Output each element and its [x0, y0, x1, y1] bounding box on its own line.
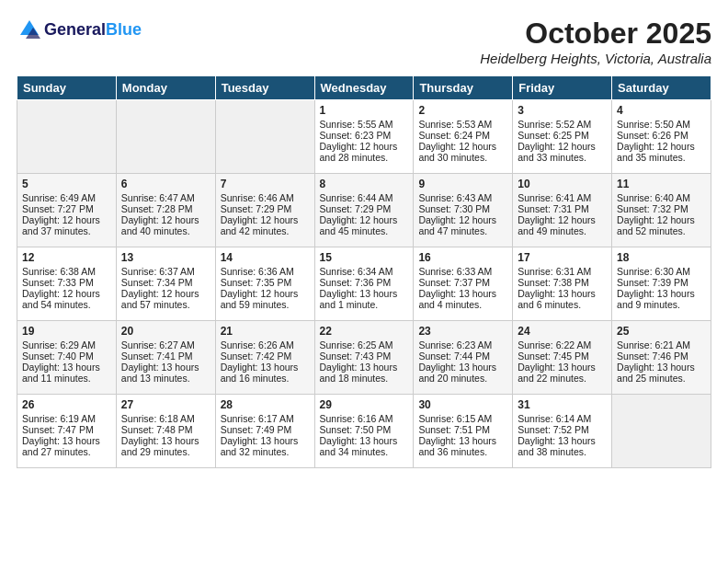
day-info-line: Sunrise: 6:23 AM: [418, 339, 507, 350]
calendar-day-cell: 25Sunrise: 6:21 AMSunset: 7:46 PMDayligh…: [612, 321, 711, 395]
day-info-line: and 25 minutes.: [617, 373, 706, 384]
day-info-line: and 52 minutes.: [617, 225, 706, 236]
day-number: 16: [418, 251, 507, 264]
day-number: 5: [22, 178, 111, 190]
calendar-day-cell: 31Sunrise: 6:14 AMSunset: 7:52 PMDayligh…: [513, 395, 612, 468]
day-info-line: Sunrise: 6:49 AM: [22, 192, 111, 203]
day-info-line: Sunrise: 6:44 AM: [320, 192, 409, 203]
day-info-line: Sunset: 7:47 PM: [22, 424, 111, 435]
day-number: 28: [221, 398, 310, 411]
day-info-line: and 37 minutes.: [22, 225, 111, 236]
day-info-line: and 28 minutes.: [320, 152, 409, 163]
day-number: 21: [221, 325, 310, 338]
calendar: SundayMondayTuesdayWednesdayThursdayFrid…: [17, 75, 711, 468]
day-info-line: Sunrise: 6:30 AM: [617, 266, 706, 277]
day-number: 29: [320, 398, 409, 411]
day-info-line: Sunrise: 6:17 AM: [221, 413, 310, 424]
day-info-line: Sunrise: 6:37 AM: [121, 266, 210, 277]
calendar-day-cell: [116, 100, 215, 174]
calendar-week-row: 12Sunrise: 6:38 AMSunset: 7:33 PMDayligh…: [17, 247, 711, 321]
day-info-line: Daylight: 12 hours: [320, 214, 409, 225]
day-info-line: and 59 minutes.: [221, 299, 310, 310]
day-info-line: and 47 minutes.: [418, 225, 507, 236]
day-info-line: Daylight: 13 hours: [121, 362, 210, 373]
day-info-line: Daylight: 13 hours: [221, 362, 310, 373]
calendar-day-header: Monday: [116, 76, 215, 100]
day-info-line: and 33 minutes.: [518, 152, 607, 163]
day-number: 7: [221, 178, 310, 190]
day-info-line: Sunset: 7:44 PM: [418, 350, 507, 362]
day-number: 26: [22, 398, 111, 411]
location: Heidelberg Heights, Victoria, Australia: [480, 51, 711, 66]
day-info-line: Daylight: 12 hours: [518, 141, 607, 152]
day-info-line: Sunrise: 6:40 AM: [617, 192, 706, 203]
calendar-day-header: Friday: [513, 76, 612, 100]
day-number: 14: [221, 251, 310, 264]
month-title: October 2025: [480, 17, 711, 51]
day-info-line: Sunrise: 6:16 AM: [320, 413, 409, 424]
day-info-line: Sunrise: 6:43 AM: [418, 192, 507, 203]
calendar-day-header: Saturday: [612, 76, 711, 100]
calendar-day-cell: 7Sunrise: 6:46 AMSunset: 7:29 PMDaylight…: [215, 174, 314, 247]
day-info-line: Sunset: 7:36 PM: [320, 277, 409, 288]
day-info-line: Daylight: 12 hours: [418, 141, 507, 152]
day-info-line: Daylight: 13 hours: [320, 288, 409, 299]
day-number: 12: [22, 251, 111, 264]
day-info-line: Sunset: 6:24 PM: [418, 130, 507, 141]
day-number: 13: [121, 251, 210, 264]
day-info-line: Sunset: 6:23 PM: [320, 130, 409, 141]
day-info-line: and 49 minutes.: [518, 225, 607, 236]
calendar-day-cell: 24Sunrise: 6:22 AMSunset: 7:45 PMDayligh…: [513, 321, 612, 395]
day-number: 10: [518, 178, 607, 190]
day-info-line: and 38 minutes.: [518, 446, 607, 457]
day-info-line: and 22 minutes.: [518, 373, 607, 384]
day-info-line: Sunrise: 6:34 AM: [320, 266, 409, 277]
day-number: 15: [320, 251, 409, 264]
day-info-line: Daylight: 13 hours: [320, 435, 409, 446]
day-info-line: Sunset: 7:52 PM: [518, 424, 607, 435]
calendar-day-cell: 26Sunrise: 6:19 AMSunset: 7:47 PMDayligh…: [17, 395, 117, 468]
day-info-line: Sunset: 7:30 PM: [418, 203, 507, 214]
day-info-line: Daylight: 13 hours: [617, 288, 706, 299]
day-info-line: Sunset: 7:43 PM: [320, 350, 409, 362]
day-info-line: and 42 minutes.: [221, 225, 310, 236]
day-info-line: Sunset: 6:25 PM: [518, 130, 607, 141]
calendar-day-cell: 8Sunrise: 6:44 AMSunset: 7:29 PMDaylight…: [314, 174, 414, 247]
day-number: 22: [320, 325, 409, 338]
day-info-line: Sunrise: 6:15 AM: [418, 413, 507, 424]
day-info-line: Sunset: 7:51 PM: [418, 424, 507, 435]
day-info-line: Daylight: 12 hours: [617, 214, 706, 225]
day-info-line: Daylight: 12 hours: [22, 214, 111, 225]
calendar-day-cell: 14Sunrise: 6:36 AMSunset: 7:35 PMDayligh…: [215, 247, 314, 321]
calendar-day-cell: 6Sunrise: 6:47 AMSunset: 7:28 PMDaylight…: [116, 174, 215, 247]
calendar-day-cell: 30Sunrise: 6:15 AMSunset: 7:51 PMDayligh…: [414, 395, 513, 468]
day-info-line: Daylight: 12 hours: [221, 214, 310, 225]
day-number: 3: [518, 104, 607, 117]
day-info-line: and 36 minutes.: [418, 446, 507, 457]
calendar-body: 1Sunrise: 5:55 AMSunset: 6:23 PMDaylight…: [17, 100, 711, 468]
day-info-line: Sunset: 7:48 PM: [121, 424, 210, 435]
calendar-header-row: SundayMondayTuesdayWednesdayThursdayFrid…: [17, 76, 711, 100]
day-info-line: Daylight: 13 hours: [617, 362, 706, 373]
day-info-line: Daylight: 12 hours: [418, 214, 507, 225]
calendar-day-cell: 29Sunrise: 6:16 AMSunset: 7:50 PMDayligh…: [314, 395, 414, 468]
calendar-day-cell: 9Sunrise: 6:43 AMSunset: 7:30 PMDaylight…: [414, 174, 513, 247]
day-info-line: Sunset: 7:46 PM: [617, 350, 706, 362]
calendar-day-cell: 23Sunrise: 6:23 AMSunset: 7:44 PMDayligh…: [414, 321, 513, 395]
day-info-line: Sunset: 7:33 PM: [22, 277, 111, 288]
calendar-day-cell: 18Sunrise: 6:30 AMSunset: 7:39 PMDayligh…: [612, 247, 711, 321]
day-info-line: and 34 minutes.: [320, 446, 409, 457]
day-info-line: Sunrise: 6:26 AM: [221, 339, 310, 350]
day-info-line: Daylight: 13 hours: [518, 288, 607, 299]
day-info-line: Sunset: 7:50 PM: [320, 424, 409, 435]
day-info-line: Daylight: 13 hours: [221, 435, 310, 446]
day-info-line: Daylight: 12 hours: [221, 288, 310, 299]
day-number: 20: [121, 325, 210, 338]
day-info-line: and 18 minutes.: [320, 373, 409, 384]
day-info-line: Sunrise: 6:18 AM: [121, 413, 210, 424]
day-number: 6: [121, 178, 210, 190]
day-info-line: Sunrise: 6:14 AM: [518, 413, 607, 424]
calendar-day-cell: 4Sunrise: 5:50 AMSunset: 6:26 PMDaylight…: [612, 100, 711, 174]
day-info-line: Sunset: 7:42 PM: [221, 350, 310, 362]
day-info-line: Sunrise: 5:52 AM: [518, 119, 607, 130]
